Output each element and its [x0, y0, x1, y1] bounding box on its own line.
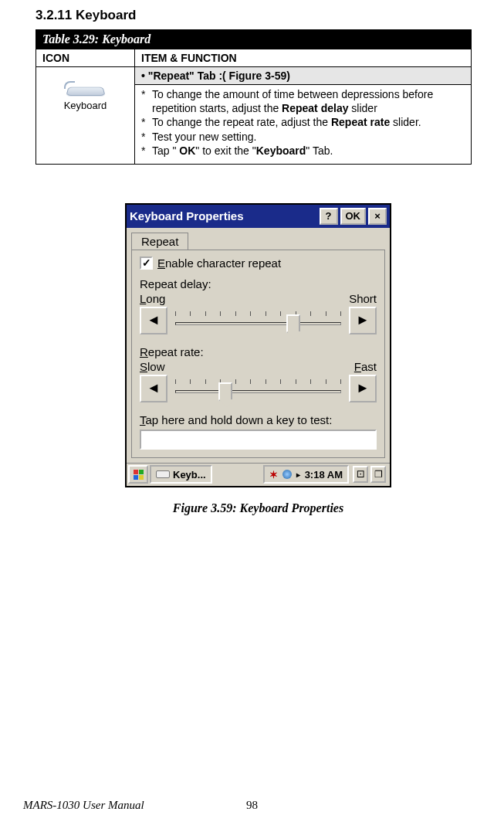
t: E [157, 256, 165, 270]
taskbar-app-button[interactable]: Keyb... [150, 465, 212, 484]
fast-label: Fast [354, 360, 377, 373]
list-item: Test your new setting. [141, 131, 466, 144]
rate-decrease-button[interactable]: ◄ [140, 375, 167, 402]
t: Keyboard [256, 144, 306, 157]
tab-repeat[interactable]: Repeat [131, 233, 188, 250]
tray-arrow-icon: ▸ [296, 470, 300, 479]
footer-manual-name: MARS-1030 User Manual [23, 799, 144, 812]
list-item: To change the amount of time between dep… [141, 88, 466, 115]
t: Repeat delay [282, 102, 348, 114]
start-button[interactable] [128, 465, 148, 484]
test-input[interactable] [140, 430, 377, 450]
icon-label: Keyboard [64, 100, 107, 111]
t: T [140, 413, 146, 426]
tab-panel: ✓ Enable character repeat Repeat delay: … [131, 250, 385, 458]
col-icon: ICON [36, 49, 135, 67]
help-button[interactable]: ? [320, 208, 338, 225]
delay-decrease-button[interactable]: ◄ [140, 307, 167, 334]
long-label: Long [140, 292, 165, 305]
t: ap here and hold down a key to test: [146, 413, 333, 426]
windows-logo-icon [134, 470, 144, 480]
content-cell: To change the amount of time between dep… [135, 85, 472, 165]
subheader: • "Repeat" Tab :( Figure 3-59) [135, 67, 472, 85]
t: To change the repeat rate, adjust the [152, 116, 331, 128]
desktop-icon[interactable]: ⚀ [353, 466, 368, 483]
globe-icon [282, 470, 292, 479]
t: R [140, 345, 148, 358]
page-number: 98 [246, 799, 258, 812]
taskbar-app-label: Keyb... [173, 469, 206, 481]
keyboard-table: Table 3.29: Keyboard ICON ITEM & FUNCTIO… [36, 29, 472, 165]
system-tray[interactable]: ✶ ▸ 3:18 AM [263, 465, 349, 484]
t: OK [179, 144, 195, 157]
titlebar: Keyboard Properties ? OK × [127, 205, 390, 228]
figure-caption: Figure 3.59: Keyboard Properties [36, 501, 481, 515]
table-title: Table 3.29: Keyboard [36, 30, 472, 49]
t: low [147, 360, 165, 373]
t: slider. [390, 116, 421, 128]
slow-label: Slow [140, 360, 165, 373]
keyboard-icon [66, 78, 106, 97]
ok-button[interactable]: OK [340, 208, 367, 225]
t: Tap " [152, 144, 179, 157]
rate-increase-button[interactable]: ► [349, 375, 377, 402]
delay-slider-thumb[interactable] [286, 314, 300, 333]
keyboard-mini-icon [156, 470, 170, 478]
t: ong [146, 292, 165, 305]
t: Repeat rate [331, 116, 390, 128]
test-label: Tap here and hold down a key to test: [140, 413, 377, 426]
icon-cell: Keyboard [36, 67, 135, 165]
repeat-rate-slider[interactable] [171, 375, 346, 402]
enable-repeat-label: Enable character repeat [157, 256, 281, 270]
enable-repeat-checkbox[interactable]: ✓ [140, 256, 153, 270]
keyboard-properties-window: Keyboard Properties ? OK × Repeat ✓ Enab… [125, 203, 391, 487]
t: epeat rate: [148, 345, 204, 358]
col-item: ITEM & FUNCTION [135, 49, 472, 67]
list-item: To change the repeat rate, adjust the Re… [141, 116, 466, 130]
t: S [140, 360, 147, 373]
page-footer: MARS-1030 User Manual 98 [23, 799, 481, 812]
clock: 3:18 AM [305, 469, 343, 481]
repeat-delay-slider[interactable] [171, 307, 346, 334]
taskbar: Keyb... ✶ ▸ 3:18 AM ⚀ ❐ [127, 463, 390, 486]
delay-increase-button[interactable]: ► [349, 307, 377, 334]
t: slider [348, 102, 377, 114]
tab-bar: Repeat [127, 228, 390, 250]
t: " Tab. [306, 144, 333, 157]
repeat-rate-label: Repeat rate: [140, 345, 377, 358]
t: ast [361, 360, 377, 373]
close-button[interactable]: × [368, 208, 387, 225]
rate-slider-thumb[interactable] [218, 382, 232, 401]
t: " to exit the " [195, 144, 255, 157]
t: F [354, 360, 361, 373]
list-item: Tap " OK" to exit the "Keyboard" Tab. [141, 144, 466, 158]
section-heading: 3.2.11 Keyboard [36, 8, 481, 23]
short-label: Short [349, 292, 377, 305]
window-title: Keyboard Properties [130, 209, 244, 222]
t: nable character repeat [165, 256, 281, 270]
windows-icon[interactable]: ❐ [370, 466, 386, 483]
tray-icon: ✶ [269, 469, 278, 481]
repeat-delay-label: Repeat delay: [140, 277, 377, 290]
